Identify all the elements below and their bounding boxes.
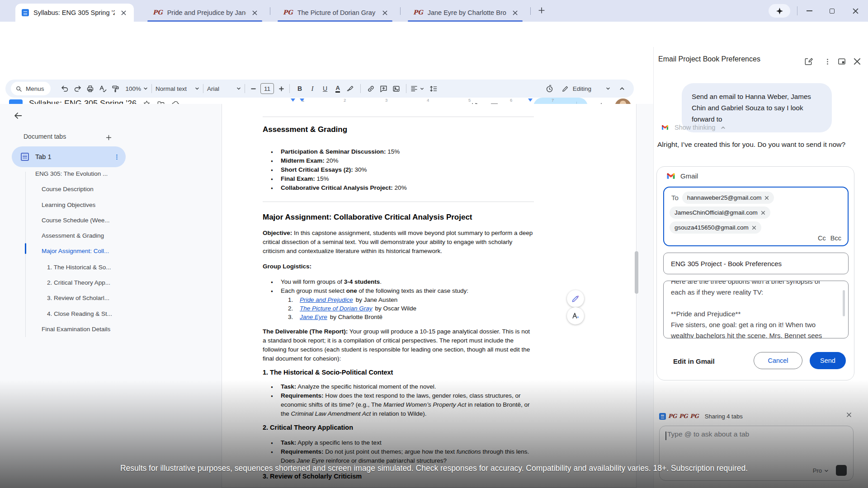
browser-address-bar: docs.google.com/document/d/1VTOjvDwoPbGR… [0,22,868,47]
window-minimize-button[interactable] [800,5,818,16]
chevron-down-icon [236,86,241,91]
outline-item-course-description[interactable]: Course Description [42,186,94,192]
zoom-select[interactable]: 100% [126,85,148,92]
show-thinking-toggle[interactable]: Show thinking [661,124,726,131]
undo-button[interactable] [59,82,71,95]
outline-item-learning-objectives[interactable]: Learning Objectives [42,202,95,208]
browser-tab-dorian-gray[interactable]: PG The Picture of Dorian Gray by [277,4,393,22]
underline-button[interactable]: U [319,82,331,95]
document-canvas: Document tabs Tab 1 ENG 305: The Evoluti… [0,104,653,488]
paragraph-style-select[interactable]: Normal text [156,85,199,92]
close-outline-button[interactable] [11,108,25,123]
recipient-chip[interactable]: gsouza415650@gmail.com [670,221,761,234]
activity-timer-icon[interactable] [543,82,556,95]
editing-mode-select[interactable]: Editing [561,85,610,93]
panel-menu-icon[interactable] [822,56,833,67]
outline-indent-line [25,172,26,337]
gemini-side-panel: Email Project Book Preferences Send an e… [653,47,868,488]
outline-item-critical-theory[interactable]: 2. Critical Theory App... [47,279,110,286]
a-sparkle-icon [571,311,580,320]
outline-item-doc-title[interactable]: ENG 305: The Evolution ... [35,170,108,177]
font-size-field[interactable]: 11 [260,83,274,94]
doc-link-dorian-gray[interactable]: The Picture of Dorian Gray [300,304,373,313]
close-sharing-icon[interactable] [846,412,852,418]
highlight-color-button[interactable] [344,82,357,95]
remove-recipient-icon[interactable] [752,225,756,230]
chat-input[interactable] [667,430,816,438]
sidebar-tab-1[interactable]: Tab 1 [12,146,126,167]
outline-item-scholarly-criticism[interactable]: 3. Review of Scholarl... [47,295,109,301]
browser-tab-syllabus[interactable]: Syllabus: ENG 305 Spring ’26 [15,4,134,22]
document-scrollbar[interactable] [635,251,638,294]
recipients-field[interactable]: To hannaweber25@gmail.com JamesChinOffic… [663,187,849,246]
list-item: 1. Pride and Prejudice by Jane Austen [263,296,534,304]
text-color-button[interactable]: A [331,82,344,95]
tab-close-icon[interactable] [250,9,259,17]
cc-button[interactable]: Cc [818,235,826,242]
window-maximize-button[interactable] [823,5,841,16]
browser-gemini-button[interactable] [769,4,790,18]
italic-button[interactable]: I [306,82,319,95]
body-scrollbar[interactable] [843,290,845,316]
editing-mode-label: Editing [573,85,591,92]
pencil-icon [561,85,569,93]
print-button[interactable] [84,82,97,95]
redo-button[interactable] [71,82,84,95]
insert-link-button[interactable] [364,82,377,95]
menus-search-button[interactable]: Menus [11,82,51,95]
spell-check-button[interactable] [97,82,109,95]
remove-recipient-icon[interactable] [761,211,765,215]
remove-recipient-icon[interactable] [764,196,769,200]
outline-item-close-reading[interactable]: 4. Close Reading & St... [47,310,112,317]
outline-item-assessment-grading[interactable]: Assessment & Grading [42,232,104,239]
tab-options-icon[interactable] [113,154,120,160]
outline-item-major-assignment[interactable]: Major Assignment: Coll... [42,248,109,254]
open-compose-icon[interactable] [803,56,814,67]
browser-tab-pride-and-prejudice[interactable]: PG Pride and Prejudice by Jane [146,4,263,22]
tab-label: Tab 1 [35,153,51,160]
panel-title: Email Project Book Preferences [658,55,760,63]
browser-tab-jane-eyre[interactable]: PG Jane Eyre by Charlotte Bronte [407,4,524,22]
doc-link-pride-and-prejudice[interactable]: Pride and Prejudice [300,296,353,304]
tab-close-icon[interactable] [381,9,389,17]
dock-window-icon[interactable] [836,56,847,67]
outline-item-final-exam[interactable]: Final Examination Details [42,326,110,333]
cancel-button[interactable]: Cancel [754,352,802,369]
subject-field[interactable]: ENG 305 Project - Book Preferences [663,253,849,274]
email-body-field[interactable]: Here are the three options with a brief … [663,281,849,338]
paint-format-button[interactable] [109,82,122,95]
send-button[interactable]: Send [810,352,846,369]
line-spacing-button[interactable] [427,82,439,95]
window-close-button[interactable] [846,5,864,16]
new-tab-button[interactable] [537,6,546,15]
summarize-button[interactable] [567,307,584,324]
recipient-chip[interactable]: JamesChinOfficial@gmail.com [670,206,770,219]
tab-close-icon[interactable] [119,9,127,17]
font-select[interactable]: Arial [207,85,241,92]
bold-button[interactable]: B [293,82,306,95]
indent-marker[interactable] [291,99,295,102]
add-tab-button[interactable] [103,132,114,143]
recipient-chip[interactable]: hannaweber25@gmail.com [682,192,774,204]
bcc-button[interactable]: Bcc [830,235,841,242]
outline-active-indicator [25,243,26,254]
doc-link-jane-eyre[interactable]: Jane Eyre [300,313,327,321]
tab-close-icon[interactable] [511,9,519,17]
font-size-value: 11 [264,85,270,92]
right-margin-marker[interactable] [528,99,533,102]
indent-marker[interactable] [300,99,304,102]
close-panel-icon[interactable] [852,56,863,67]
outline-item-course-schedule[interactable]: Course Schedule (Wee... [42,217,110,224]
collapse-toolbar-button[interactable] [616,82,628,95]
chevron-up-icon [721,125,726,130]
outline-item-historical-context[interactable]: 1. The Historical & So... [47,264,111,271]
align-button[interactable] [410,84,424,93]
decrease-font-size-button[interactable] [249,82,258,95]
increase-font-size-button[interactable] [277,82,286,95]
help-me-write-button[interactable] [567,290,584,307]
add-comment-button[interactable] [377,82,390,95]
edit-in-gmail-link[interactable]: Edit in Gmail [673,357,715,365]
gmail-draft-card: Gmail To hannaweber25@gmail.com JamesChi… [656,166,854,380]
insert-image-button[interactable] [390,82,402,95]
gmail-icon [661,124,669,131]
